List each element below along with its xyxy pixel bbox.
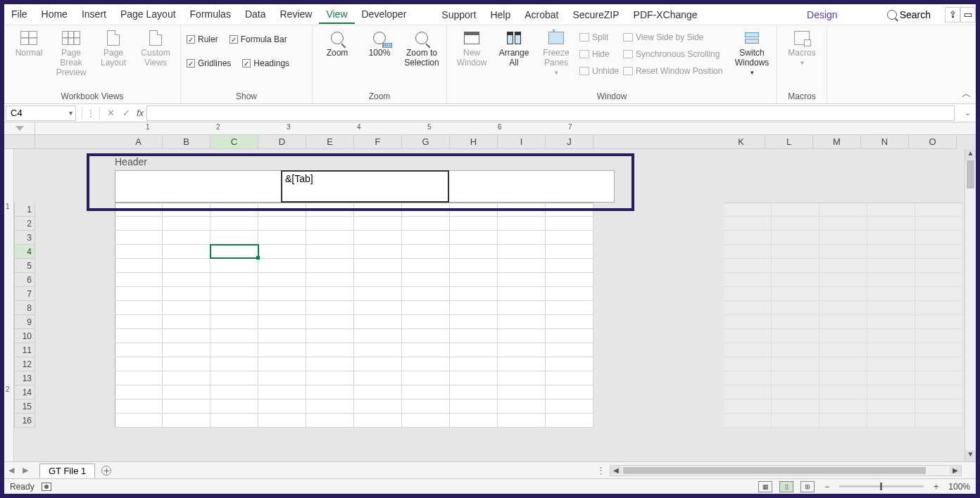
macros-button[interactable]: Macros▾ [783,28,821,66]
cell[interactable] [546,414,593,428]
column-header[interactable]: L [765,135,813,149]
cell[interactable] [402,329,450,343]
column-header[interactable]: B [163,135,211,149]
menu-review[interactable]: Review [273,6,320,24]
cell[interactable] [724,400,772,414]
arrange-all-button[interactable]: Arrange All [495,28,533,68]
cell[interactable] [546,217,593,231]
cell[interactable] [163,273,211,287]
zoom-100-button[interactable]: 100100% [360,28,398,58]
zoom-out-button[interactable]: − [822,482,832,492]
cell[interactable] [546,301,593,315]
cell[interactable] [498,343,546,357]
cell[interactable] [306,287,354,301]
cell[interactable] [772,287,819,301]
cell[interactable] [402,287,450,301]
menu-support[interactable]: Support [434,6,483,23]
cell[interactable] [450,287,498,301]
cell[interactable] [819,217,867,231]
cell[interactable] [163,385,211,400]
cell[interactable] [115,259,163,273]
cell[interactable] [450,273,498,287]
cell[interactable] [402,315,450,329]
cell[interactable] [819,301,867,315]
cell[interactable] [498,385,546,400]
row-header[interactable]: 15 [14,400,35,414]
cell[interactable] [354,287,402,301]
cell[interactable] [258,400,306,414]
cell[interactable] [498,245,546,259]
cell[interactable] [402,217,450,231]
cell[interactable] [724,414,772,428]
cell[interactable] [498,203,546,217]
tabs-menu[interactable]: ⋮ [592,465,610,475]
cell[interactable] [867,245,915,259]
fb-menu[interactable]: ⋮ [85,108,96,118]
select-all-button[interactable] [4,135,35,149]
column-header[interactable]: D [258,135,306,149]
row-header[interactable]: 12 [14,357,35,371]
cell[interactable] [915,371,963,385]
cell[interactable] [211,414,258,428]
cell[interactable] [163,400,211,414]
menu-file[interactable]: File [4,6,34,24]
cell[interactable] [450,329,498,343]
menu-developer[interactable]: Developer [355,6,414,24]
cell-grid-page2[interactable] [724,203,963,428]
cell[interactable] [450,400,498,414]
hide-button[interactable]: Hide [579,46,619,62]
cell[interactable] [546,273,593,287]
cell[interactable] [546,259,593,273]
cell[interactable] [915,259,963,273]
cell[interactable] [546,315,593,329]
cell[interactable] [211,315,258,329]
cell[interactable] [772,315,819,329]
cell[interactable] [258,203,306,217]
cell[interactable] [819,371,867,385]
column-header[interactable]: I [498,135,546,149]
cell[interactable] [211,329,258,343]
cell[interactable] [867,217,915,231]
cell[interactable] [915,315,963,329]
cell[interactable] [258,245,306,259]
cell[interactable] [115,315,163,329]
vscroll-thumb[interactable] [967,160,974,189]
cell[interactable] [258,217,306,231]
vertical-scrollbar[interactable]: ▲ ▼ [965,149,976,461]
cell[interactable] [915,287,963,301]
cell[interactable] [915,385,963,400]
cell[interactable] [258,301,306,315]
cell[interactable] [115,203,163,217]
cell[interactable] [306,301,354,315]
cell[interactable] [498,357,546,371]
cell[interactable] [724,385,772,400]
menu-view[interactable]: View [319,6,354,24]
cell[interactable] [867,273,915,287]
cell[interactable] [354,231,402,245]
cell[interactable] [724,245,772,259]
cell[interactable] [724,217,772,231]
header-center[interactable]: &[Tab] [281,170,449,203]
cell[interactable] [915,273,963,287]
cell[interactable] [306,357,354,371]
row-header[interactable]: 6 [14,273,35,287]
view-side-by-side-button[interactable]: View Side by Side [623,30,729,45]
cancel-formula-button[interactable]: ✕ [103,108,118,118]
cell[interactable] [402,259,450,273]
cell[interactable] [867,329,915,343]
expand-formula-bar[interactable]: ⌄ [965,108,973,117]
cell[interactable] [258,357,306,371]
cell[interactable] [819,315,867,329]
row-header[interactable]: 4 [14,245,35,259]
cell[interactable] [867,315,915,329]
cell[interactable] [354,301,402,315]
cell[interactable] [819,329,867,343]
cell[interactable] [306,315,354,329]
row-header[interactable]: 1 [14,203,35,217]
cell[interactable] [772,371,819,385]
cell[interactable] [450,385,498,400]
cell[interactable] [772,343,819,357]
cell[interactable] [772,357,819,371]
cell[interactable] [819,203,867,217]
zoom-to-selection-button[interactable]: Zoom to Selection [403,28,441,68]
